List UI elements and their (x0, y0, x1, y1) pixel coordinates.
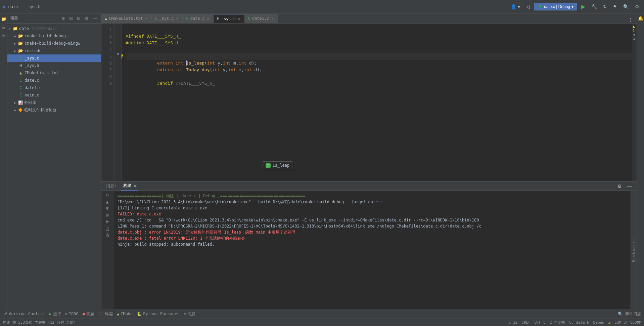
tab-date1-c[interactable]: C date1.c ✕ (245, 14, 278, 23)
build-scroll-up[interactable]: ▲ (106, 199, 108, 204)
code-line-8: #endif //DATE___SYS_H_ (126, 73, 632, 80)
settings-btn[interactable]: ⚙ (633, 3, 641, 10)
status-position[interactable]: 5:12 (509, 320, 518, 325)
status-memory: 53M of 8000M (615, 320, 642, 325)
tree-locate-btn[interactable]: ⊕ (60, 15, 66, 22)
tab-close-cmake[interactable]: ✕ (144, 16, 148, 21)
build-scroll-end[interactable]: ⊞ (106, 212, 108, 218)
title-separator: – (20, 4, 23, 9)
structure-icon[interactable]: ☰ (1, 24, 7, 31)
version-control-btn[interactable]: ⎇ Version Control (3, 312, 45, 316)
status-line-ending[interactable]: CRLF (521, 320, 531, 325)
lightbulb-icon[interactable]: 💡 (122, 53, 124, 60)
tree-item-include[interactable]: ▶ 📂 include (7, 47, 101, 54)
status-encoding[interactable]: UTF-8 (535, 320, 546, 325)
tree-item-sys-c[interactable]: C _sys.c (7, 54, 101, 62)
build-filter-icon[interactable]: ⚑ (106, 219, 108, 225)
tab-close-date-c[interactable]: ✕ (206, 16, 210, 21)
debug-config-btn[interactable]: 🪲 date.c | Debug ▾ (534, 3, 577, 10)
bottom-close-btn[interactable]: — (625, 182, 634, 190)
code-line-5: extern int Is_leap(int y,int m,int d); (126, 53, 632, 60)
build-line-lnk1120: date.c.exe : fatal error LNK1120: 1 个无法解… (118, 235, 627, 241)
cmake-btn[interactable]: ▲ CMake (117, 312, 133, 316)
bookmarks-strip: Bookmarks (631, 191, 637, 309)
bottom-tab-build[interactable]: 构建 ✕ (121, 181, 138, 191)
tree-settings-btn[interactable]: ⚙ (83, 15, 90, 22)
tree-root[interactable]: ▾ 📁 date D:\学习\date (7, 25, 101, 32)
status-right: 5:12 CRLF UTF-8 2 个空格 C: date.h Debug ⚠ … (509, 320, 641, 325)
build-content: ==================[ 构建 | date.c | Debug … (113, 191, 631, 309)
bottom-settings-btn[interactable]: ⚙ (615, 182, 624, 190)
tab-close-date1-c[interactable]: ✕ (271, 16, 274, 21)
tool-strip-right: 🔍 事件日志 (618, 311, 641, 317)
code-area[interactable]: #ifndef DATE___SYS_H_ #define DATE___SYS… (122, 24, 632, 181)
editor-content[interactable]: 1 2 3 4 5 6 7 8 9 ⇄ (101, 24, 637, 181)
build-scroll-down[interactable]: ▼ (106, 206, 108, 211)
tab-bar-actions: ⋮ (625, 16, 637, 23)
status-language[interactable]: C: date.h (569, 320, 589, 325)
status-warning-icon: ⚠ (608, 320, 611, 325)
tree-item-cmake-build-debug-mingw[interactable]: ▶ 📂 cmake-build-debug-mingw (7, 40, 101, 47)
run-btn[interactable]: ▶ 运行 (49, 311, 61, 317)
project-view-icon[interactable]: 📁 (0, 15, 7, 23)
tree-item-date-c[interactable]: C date.c (7, 77, 101, 84)
tab-sys-c[interactable]: C _sys.c ✕ (152, 14, 183, 23)
terminal-btn[interactable]: ⬛ 终端 (98, 311, 113, 317)
bottom-tab-messages[interactable]: 消息: (104, 181, 119, 191)
tree-item-ext-libs[interactable]: ▶ 📊 外部库 (7, 99, 101, 106)
tree-item-main-c[interactable]: C main.c (7, 91, 101, 99)
tree-collapse-btn[interactable]: ⊟ (76, 15, 82, 22)
tab-overflow-btn[interactable]: ⋮ (627, 16, 635, 23)
tree-item-sys-h[interactable]: H _sys.h (7, 62, 101, 69)
expand-icon[interactable]: ▼ (633, 33, 635, 37)
todo-btn[interactable]: ≡ TODO (65, 312, 79, 316)
tab-sys-h[interactable]: H _sys.h ✕ (214, 14, 244, 23)
tree-close-btn[interactable]: — (91, 15, 98, 22)
tree-item-cmake[interactable]: ▲ CMakeLists.txt (7, 69, 101, 77)
build-line-link-pass: LINK Pass 1: command "D:\PROGRA~2\MICROS… (118, 223, 627, 229)
build-trash-icon[interactable]: 🗑 (105, 233, 110, 238)
left-outer-icons: 📁 ☰ ⚑ (0, 13, 7, 309)
code-line-7 (126, 67, 632, 73)
collapse-icon[interactable]: ▲ (633, 37, 635, 40)
debug-dropdown-icon: ▾ (571, 4, 573, 9)
back-btn[interactable]: ◁ (524, 3, 532, 10)
tab-cmake[interactable]: ▲ CMakeLists.txt ✕ (101, 14, 152, 23)
reload-btn[interactable]: ↻ (601, 3, 609, 10)
build-line-heading: ==================[ 构建 | date.c | Debug … (118, 193, 627, 199)
editor-area: ▲ CMakeLists.txt ✕ C _sys.c ✕ C date.c ✕… (101, 13, 637, 309)
bottom-panel: 消息: 构建 ✕ ⚙ — ⊘ ▲ ▼ ⊞ ⚑ (101, 181, 637, 309)
build-clear-icon[interactable]: ⊘ (106, 192, 108, 198)
build-print-icon[interactable]: 🖨 (105, 226, 110, 231)
autocomplete-label: Is_leap (273, 163, 290, 168)
right-sidebar: 🔔 (637, 13, 644, 309)
status-indentation[interactable]: 2 个空格 (550, 320, 565, 325)
status-bar: 构建 在 333毫秒 内失败 (12 分钟 之前) 5:12 CRLF UTF-… (0, 319, 644, 326)
messages-btn[interactable]: ≡ 消息 (184, 311, 195, 317)
tab-close-sys-c[interactable]: ✕ (176, 16, 179, 21)
code-line-2: #ifndef DATE___SYS_H_ (126, 33, 632, 40)
tab-date-c[interactable]: C date.c ✕ (183, 14, 214, 23)
tree-item-temp-files[interactable]: ▶ 🔶 临时文件和控制台 (7, 106, 101, 114)
notifications-icon[interactable]: 🔔 (637, 15, 644, 22)
title-bar: ◼ date – _sys.h 👤 ▾ ◁ 🪲 date.c | Debug ▾… (0, 0, 644, 13)
problems-icon: ● (83, 312, 85, 316)
profile-btn[interactable]: 👤 ▾ (509, 3, 522, 10)
bookmarks-label: Bookmarks (632, 238, 636, 262)
tree-expand-btn[interactable]: ⊞ (68, 15, 74, 22)
tree-item-date1-c[interactable]: C date1.c (7, 84, 101, 91)
build-button[interactable]: 🔨 (589, 3, 599, 10)
tree-item-cmake-build-debug[interactable]: ▶ 📂 cmake-build-debug (7, 32, 101, 40)
autocomplete-type-icon: f (266, 163, 271, 168)
python-packages-btn[interactable]: 🐍 Python Packages (137, 312, 179, 316)
bookmarks-icon[interactable]: ⚑ (1, 32, 6, 39)
run-button[interactable]: ▶ (579, 2, 587, 11)
search-btn[interactable]: 🔍 (621, 3, 631, 10)
bookmark-btn[interactable]: ⚑ (611, 3, 619, 10)
problems-btn[interactable]: ● 问题 (83, 311, 94, 317)
tab-close-sys-h[interactable]: ✕ (237, 17, 241, 21)
build-line-cmd: cmd.exe /C "cd . && "D:\work\CL\CLion 20… (118, 217, 627, 223)
code-line-3: #define DATE___SYS_H_ (126, 40, 632, 46)
event-log-btn[interactable]: 🔍 事件日志 (618, 311, 641, 317)
line5-arrow[interactable]: ⇄ (117, 51, 119, 56)
